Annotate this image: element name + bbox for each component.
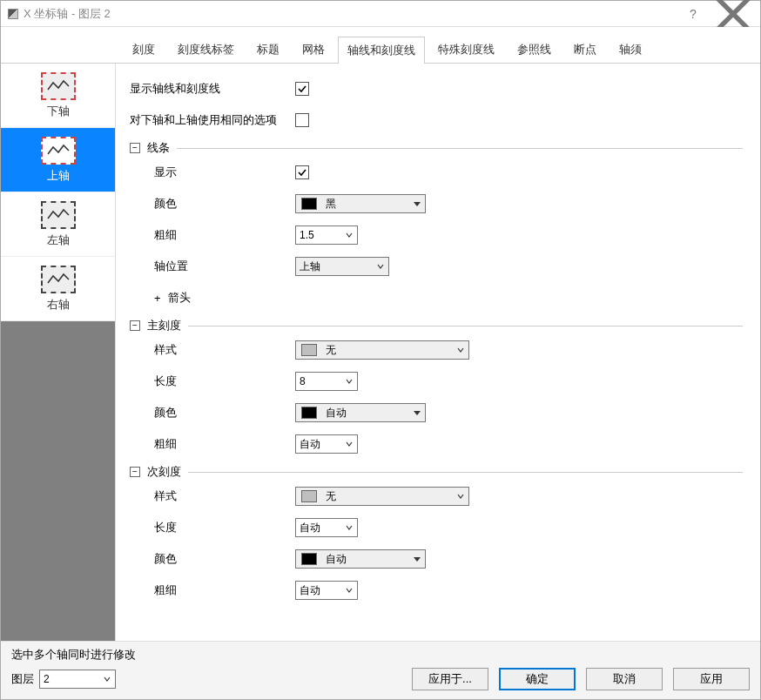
ok-button[interactable]: 确定 <box>499 668 576 690</box>
same-top-bottom-checkbox[interactable] <box>295 113 309 127</box>
major-length-label: 长度 <box>130 374 295 389</box>
tab-scale[interactable]: 刻度 <box>123 36 165 63</box>
svg-marker-2 <box>414 202 421 206</box>
tab-tick-labels[interactable]: 刻度线标签 <box>168 36 244 63</box>
help-button[interactable]: ? <box>673 1 713 27</box>
tab-breaks[interactable]: 断点 <box>564 36 606 63</box>
same-top-bottom-label: 对下轴和上轴使用相同的选项 <box>130 112 295 128</box>
combo-text: 自动 <box>296 437 341 452</box>
tab-reference-lines[interactable]: 参照线 <box>508 36 561 63</box>
collapse-icon[interactable]: − <box>130 320 140 331</box>
chevron-down-icon <box>341 378 357 385</box>
major-color-label: 颜色 <box>130 405 295 421</box>
dialog-content: 刻度 刻度线标签 标题 网格 轴线和刻度线 特殊刻度线 参照线 断点 轴须 下轴… <box>1 27 760 699</box>
color-swatch <box>301 407 317 419</box>
svg-marker-4 <box>414 557 421 562</box>
expand-icon: + <box>154 292 161 305</box>
arrow-label: 箭头 <box>168 290 191 306</box>
major-width-label: 粗细 <box>130 436 295 452</box>
apply-button[interactable]: 应用 <box>673 668 750 690</box>
tab-title[interactable]: 标题 <box>247 36 289 63</box>
close-button[interactable] <box>713 1 753 27</box>
minor-length-combo[interactable]: 自动 <box>295 518 358 537</box>
combo-text: 8 <box>296 375 341 387</box>
combo-text: 无 <box>322 489 453 504</box>
chevron-down-icon <box>409 409 425 416</box>
tab-special-ticks[interactable]: 特殊刻度线 <box>428 36 504 63</box>
minor-color-combo[interactable]: 自动 <box>295 549 426 569</box>
chevron-down-icon <box>99 676 115 683</box>
apply-to-button[interactable]: 应用于... <box>412 668 488 690</box>
settings-panel: 显示轴线和刻度线 对下轴和上轴使用相同的选项 − 线条 显示 颜色 <box>116 64 760 641</box>
sidebar-empty <box>1 321 115 641</box>
chevron-down-icon <box>373 263 388 270</box>
major-style-label: 样式 <box>130 342 295 358</box>
sidebar-item-label: 下轴 <box>47 104 70 119</box>
line-show-label: 显示 <box>130 165 295 180</box>
line-width-label: 粗细 <box>130 227 295 243</box>
tab-line-ticks[interactable]: 轴线和刻度线 <box>338 37 425 64</box>
combo-text: 自动 <box>296 583 341 598</box>
chevron-down-icon <box>341 441 357 448</box>
cancel-button[interactable]: 取消 <box>586 668 663 690</box>
section-minor: − 次刻度 <box>130 464 743 480</box>
combo-text: 无 <box>322 343 453 358</box>
layer-combo[interactable]: 2 <box>39 670 116 689</box>
footer-button-row: 图层 2 应用于... 确定 取消 应用 <box>11 668 750 690</box>
tab-bar: 刻度 刻度线标签 标题 网格 轴线和刻度线 特殊刻度线 参照线 断点 轴须 <box>1 27 760 64</box>
section-line: − 线条 <box>130 140 743 156</box>
combo-text: 自动 <box>322 552 409 567</box>
sidebar-item-top[interactable]: 上轴 <box>1 128 115 192</box>
minor-style-label: 样式 <box>130 488 295 504</box>
chevron-down-icon <box>341 524 357 531</box>
section-divider <box>188 326 743 326</box>
sidebar-item-label: 上轴 <box>47 168 70 184</box>
tab-grid[interactable]: 网格 <box>293 36 334 63</box>
section-divider <box>188 472 743 473</box>
collapse-icon[interactable]: − <box>130 467 140 477</box>
section-major: − 主刻度 <box>130 318 743 333</box>
layer-label: 图层 <box>11 671 34 687</box>
axis-top-icon <box>41 137 76 165</box>
sidebar-item-left[interactable]: 左轴 <box>1 192 115 257</box>
combo-text: 2 <box>40 673 99 685</box>
section-major-title: 主刻度 <box>147 318 181 333</box>
show-axis-ticks-label: 显示轴线和刻度线 <box>130 81 295 97</box>
combo-text: 1.5 <box>296 229 341 241</box>
style-swatch <box>301 344 317 356</box>
axis-pos-label: 轴位置 <box>130 259 295 274</box>
minor-width-label: 粗细 <box>130 582 295 598</box>
collapse-icon[interactable]: − <box>130 143 140 153</box>
titlebar: X 坐标轴 - 图层 2 ? <box>1 1 760 27</box>
minor-style-combo[interactable]: 无 <box>295 487 469 506</box>
minor-width-combo[interactable]: 自动 <box>295 581 358 600</box>
line-color-combo[interactable]: 黑 <box>295 194 426 213</box>
sidebar-item-bottom[interactable]: 下轴 <box>1 64 115 128</box>
line-width-combo[interactable]: 1.5 <box>295 225 358 245</box>
svg-marker-3 <box>414 411 421 415</box>
show-axis-ticks-checkbox[interactable] <box>295 82 309 96</box>
section-minor-title: 次刻度 <box>147 464 181 480</box>
color-swatch <box>301 198 317 210</box>
arrow-section[interactable]: + 箭头 <box>130 290 295 306</box>
major-width-combo[interactable]: 自动 <box>295 434 358 454</box>
sidebar-item-right[interactable]: 右轴 <box>1 257 115 321</box>
major-color-combo[interactable]: 自动 <box>295 403 426 422</box>
major-style-combo[interactable]: 无 <box>295 340 469 360</box>
window-title: X 坐标轴 - 图层 2 <box>24 6 673 22</box>
dialog-body: 下轴 上轴 左轴 右轴 显示轴线和刻度线 <box>1 64 760 641</box>
axis-pos-combo[interactable]: 上轴 <box>295 257 389 276</box>
chevron-down-icon <box>409 555 425 562</box>
combo-text: 自动 <box>296 521 341 535</box>
section-line-title: 线条 <box>147 140 170 156</box>
axis-right-icon <box>41 266 76 293</box>
major-length-combo[interactable]: 8 <box>295 372 358 391</box>
section-divider <box>177 148 743 149</box>
chevron-down-icon <box>409 200 425 207</box>
dialog-footer: 选中多个轴同时进行修改 图层 2 应用于... 确定 取消 应用 <box>1 641 760 699</box>
footer-hint: 选中多个轴同时进行修改 <box>11 647 750 663</box>
sidebar-item-label: 右轴 <box>47 297 70 313</box>
combo-text: 自动 <box>322 406 409 421</box>
line-show-checkbox[interactable] <box>295 165 309 179</box>
tab-rug[interactable]: 轴须 <box>609 36 651 63</box>
